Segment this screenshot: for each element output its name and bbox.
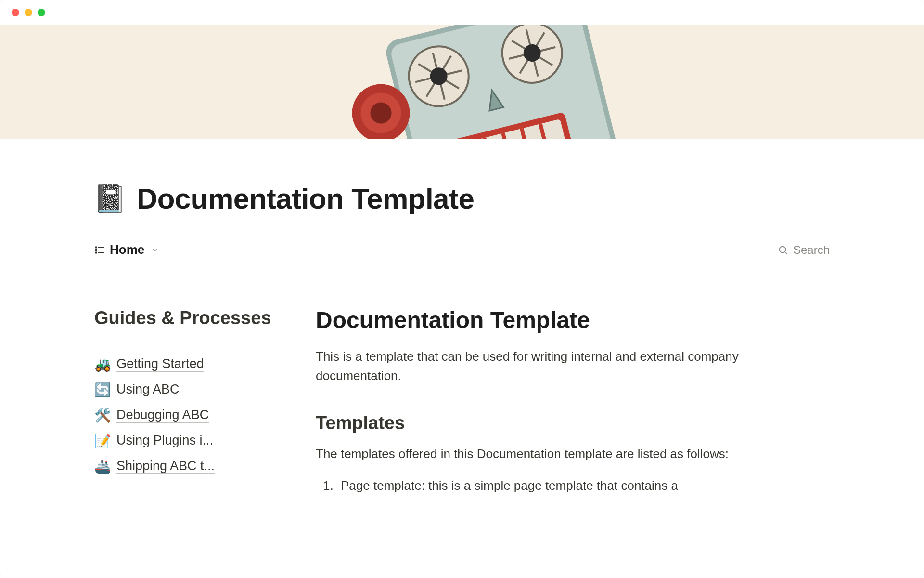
robot-illustration xyxy=(327,25,640,139)
window-controls xyxy=(12,9,45,16)
section-heading-templates: Templates xyxy=(316,413,830,434)
app-window: 📓 Documentation Template Home Search xyxy=(0,0,924,578)
svg-line-34 xyxy=(785,251,787,253)
svg-point-30 xyxy=(95,247,97,248)
search-label: Search xyxy=(793,243,830,257)
list-item: Page template: this is a simple page tem… xyxy=(337,476,768,495)
svg-point-31 xyxy=(95,249,97,250)
content-intro: This is a template that can be used for … xyxy=(316,347,768,386)
svg-point-32 xyxy=(95,252,97,253)
section-lead: The templates offered in this Documentat… xyxy=(316,444,768,463)
memo-icon: 📝 xyxy=(94,433,111,449)
templates-list: Page template: this is a simple page tem… xyxy=(316,476,768,495)
sidebar-item-label: Using Plugins i... xyxy=(116,433,213,448)
page-header: 📓 Documentation Template xyxy=(0,139,924,215)
main-content: Documentation Template This is a templat… xyxy=(316,307,830,495)
view-switcher[interactable]: Home xyxy=(94,242,159,257)
sidebar-item-debugging-abc[interactable]: 🛠️Debugging ABC xyxy=(94,403,277,428)
sidebar-item-label: Getting Started xyxy=(116,356,204,372)
sidebar-item-shipping-abc[interactable]: 🚢Shipping ABC t... xyxy=(94,454,277,479)
refresh-icon: 🔄 xyxy=(94,382,111,398)
close-window-button[interactable] xyxy=(12,9,19,16)
search-button[interactable]: Search xyxy=(778,243,830,257)
sidebar-list: 🚜Getting Started 🔄Using ABC 🛠️Debugging … xyxy=(94,352,277,479)
sidebar: Guides & Processes 🚜Getting Started 🔄Usi… xyxy=(94,307,277,495)
page-title[interactable]: Documentation Template xyxy=(137,182,474,215)
cover-image[interactable] xyxy=(0,25,924,139)
page-icon[interactable]: 📓 xyxy=(94,184,125,214)
search-icon xyxy=(778,245,788,255)
sidebar-item-label: Using ABC xyxy=(116,382,180,397)
sidebar-item-using-plugins[interactable]: 📝Using Plugins i... xyxy=(94,428,277,454)
sidebar-divider xyxy=(94,342,277,342)
chevron-down-icon xyxy=(151,246,159,254)
sidebar-item-label: Shipping ABC t... xyxy=(116,459,215,474)
fullscreen-window-button[interactable] xyxy=(38,9,45,16)
view-label: Home xyxy=(110,242,144,257)
sidebar-item-label: Debugging ABC xyxy=(116,407,209,423)
tools-icon: 🛠️ xyxy=(94,407,111,423)
window-titlebar xyxy=(0,0,924,25)
ship-icon: 🚢 xyxy=(94,459,111,474)
view-toolbar: Home Search xyxy=(94,242,830,264)
minimize-window-button[interactable] xyxy=(25,9,32,16)
tractor-icon: 🚜 xyxy=(94,356,111,372)
content-heading: Documentation Template xyxy=(316,307,830,333)
sidebar-item-using-abc[interactable]: 🔄Using ABC xyxy=(94,377,277,403)
list-icon xyxy=(94,245,105,255)
sidebar-item-getting-started[interactable]: 🚜Getting Started xyxy=(94,352,277,377)
sidebar-heading: Guides & Processes xyxy=(94,307,277,330)
